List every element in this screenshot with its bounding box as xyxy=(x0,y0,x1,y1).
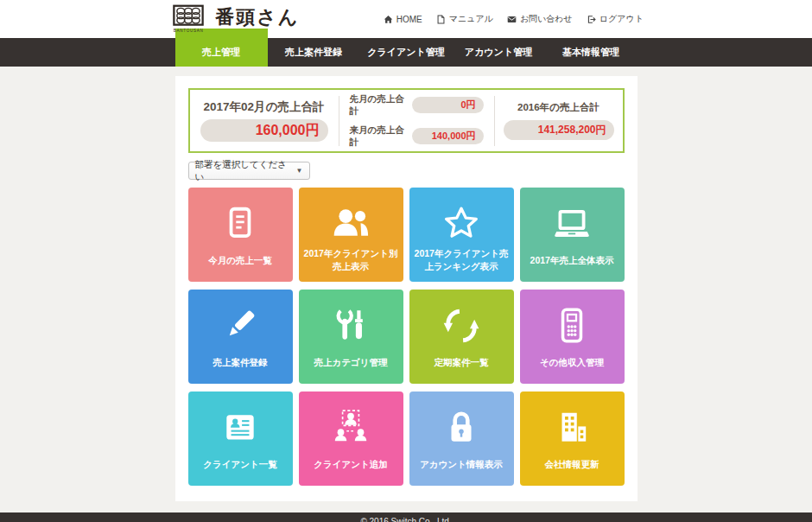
tile-label: 売上案件登録 xyxy=(188,350,293,384)
year-total: 2016年の売上合計 141,258,200円 xyxy=(495,101,623,140)
refresh-icon xyxy=(409,301,514,350)
header: BANTOUSAN 番頭さん HOMEマニュアルお問い合わせログアウト xyxy=(0,0,812,38)
pencil-icon xyxy=(188,301,293,350)
next-month-value: 140,000円 xyxy=(412,128,484,144)
id-card-icon xyxy=(188,403,293,452)
users-icon xyxy=(299,199,403,247)
mail-icon xyxy=(507,15,517,24)
tile-company-info-update[interactable]: 会社情報更新 xyxy=(520,392,625,486)
tab-basic-info-management[interactable]: 基本情報管理 xyxy=(545,38,638,67)
tile-label: 2017年売上全体表示 xyxy=(520,248,625,282)
next-month-label: 来月の売上合計 xyxy=(350,124,412,149)
tile-label: 売上カテゴリ管理 xyxy=(299,350,403,384)
current-month-value: 160,000円 xyxy=(200,119,328,142)
header-link-logout[interactable]: ログアウト xyxy=(587,13,644,25)
tile-client-sales-ranking-2017[interactable]: 2017年クライアント売上ランキング表示 xyxy=(409,188,514,282)
header-link-manual[interactable]: マニュアル xyxy=(436,13,493,25)
copyright-text: © 2016 Switch Co., Ltd. xyxy=(360,517,451,522)
home-icon xyxy=(384,15,393,24)
main-navbar: 売上管理売上案件登録クライアント管理アカウント管理基本情報管理 xyxy=(0,38,812,67)
tile-label: その他収入管理 xyxy=(520,350,625,384)
tile-other-income-management[interactable]: その他収入管理 xyxy=(520,290,625,384)
footer: © 2016 Switch Co., Ltd. xyxy=(0,512,812,522)
last-month-label: 先月の売上合計 xyxy=(350,93,412,118)
tile-overall-sales-2017[interactable]: 2017年売上全体表示 xyxy=(520,188,625,282)
menu-tiles-grid: 今月の売上一覧2017年クライアント別売上表示2017年クライアント売上ランキン… xyxy=(188,188,625,486)
header-link-label: HOME xyxy=(396,15,422,24)
last-month-row: 先月の売上合計 0円 xyxy=(350,93,484,118)
tab-client-management[interactable]: クライアント管理 xyxy=(360,38,453,67)
tile-client-add[interactable]: クライアント追加 xyxy=(299,392,403,486)
year-total-value: 141,258,200円 xyxy=(504,120,614,140)
add-clients-icon xyxy=(299,403,403,452)
content-card: 2017年02月の売上合計 160,000円 先月の売上合計 0円 来月の売上合… xyxy=(175,76,638,501)
chevron-down-icon: ▼ xyxy=(296,167,303,175)
next-month-row: 来月の売上合計 140,000円 xyxy=(350,124,484,149)
current-month-total: 2017年02月の売上合計 160,000円 xyxy=(190,99,339,142)
logo-mark: BANTOUSAN xyxy=(168,4,208,34)
file-icon xyxy=(436,15,446,24)
tile-label: 会社情報更新 xyxy=(520,452,625,486)
header-link-label: ログアウト xyxy=(599,13,644,25)
tile-sales-by-client-2017[interactable]: 2017年クライアント別売上表示 xyxy=(299,188,403,282)
tab-account-management[interactable]: アカウント管理 xyxy=(453,38,545,67)
tab-sales-management[interactable]: 売上管理 xyxy=(175,29,268,67)
header-link-label: マニュアル xyxy=(449,13,493,25)
logo-pattern-icon xyxy=(171,4,206,29)
tile-label: クライアント一覧 xyxy=(188,452,293,486)
logout-icon xyxy=(587,15,596,24)
document-list-icon xyxy=(188,199,293,248)
department-select-value: 部署を選択してください xyxy=(195,159,296,183)
tile-sales-case-register[interactable]: 売上案件登録 xyxy=(188,290,293,384)
year-total-label: 2016年の売上合計 xyxy=(517,101,599,114)
tile-sales-category-management[interactable]: 売上カテゴリ管理 xyxy=(299,290,403,384)
logo-subtext: BANTOUSAN xyxy=(174,29,204,33)
calculator-icon xyxy=(520,301,625,350)
tab-sales-case-register[interactable]: 売上案件登録 xyxy=(268,38,360,67)
tools-icon xyxy=(299,301,403,350)
tile-label: 2017年クライアント売上ランキング表示 xyxy=(409,247,514,282)
header-link-contact[interactable]: お問い合わせ xyxy=(507,13,573,25)
star-icon xyxy=(409,199,514,247)
tile-label: 2017年クライアント別売上表示 xyxy=(299,247,403,282)
sales-summary-box: 2017年02月の売上合計 160,000円 先月の売上合計 0円 来月の売上合… xyxy=(188,88,625,153)
tile-label: アカウント情報表示 xyxy=(409,452,514,486)
building-icon xyxy=(520,403,625,452)
last-month-value: 0円 xyxy=(412,97,484,113)
adjacent-months-totals: 先月の売上合計 0円 来月の売上合計 140,000円 xyxy=(339,93,494,149)
tile-label: クライアント追加 xyxy=(299,452,403,486)
header-links: HOMEマニュアルお問い合わせログアウト xyxy=(384,13,644,25)
nav-tabs: 売上管理売上案件登録クライアント管理アカウント管理基本情報管理 xyxy=(175,38,638,67)
tile-recurring-cases-list[interactable]: 定期案件一覧 xyxy=(409,290,514,384)
tile-label: 今月の売上一覧 xyxy=(188,248,293,282)
current-month-label: 2017年02月の売上合計 xyxy=(204,99,325,115)
department-select[interactable]: 部署を選択してください ▼ xyxy=(188,162,310,180)
laptop-icon xyxy=(520,199,625,248)
main-area: 2017年02月の売上合計 160,000円 先月の売上合計 0円 来月の売上合… xyxy=(0,67,812,512)
tile-monthly-sales-list[interactable]: 今月の売上一覧 xyxy=(188,188,293,282)
tile-account-info-display[interactable]: アカウント情報表示 xyxy=(409,392,514,486)
lock-icon xyxy=(409,403,514,452)
tile-client-list[interactable]: クライアント一覧 xyxy=(188,392,293,486)
tile-label: 定期案件一覧 xyxy=(409,350,514,384)
header-link-label: お問い合わせ xyxy=(520,13,573,25)
header-link-home[interactable]: HOME xyxy=(384,15,422,24)
